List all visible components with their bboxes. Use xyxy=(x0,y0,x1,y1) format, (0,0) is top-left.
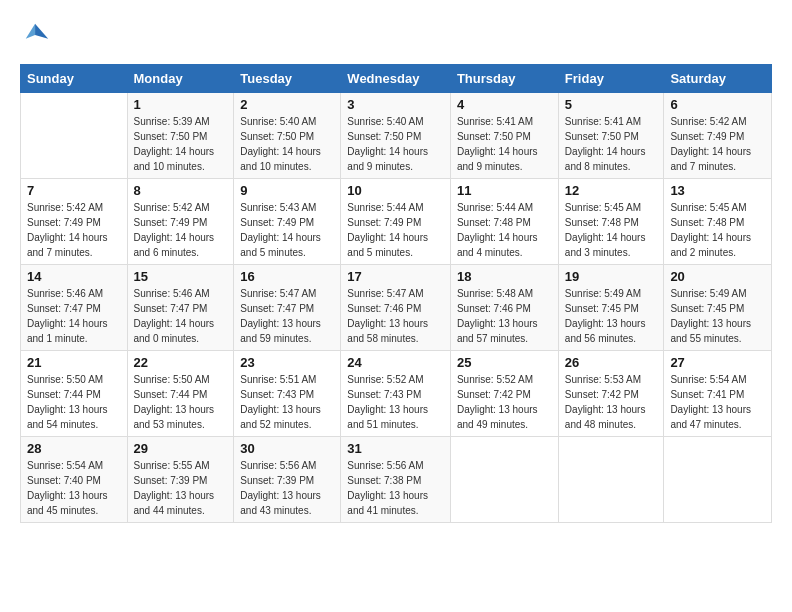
day-info: Sunrise: 5:42 AMSunset: 7:49 PMDaylight:… xyxy=(670,114,765,174)
day-info: Sunrise: 5:44 AMSunset: 7:49 PMDaylight:… xyxy=(347,200,444,260)
calendar-cell: 7Sunrise: 5:42 AMSunset: 7:49 PMDaylight… xyxy=(21,179,128,265)
calendar-cell: 16Sunrise: 5:47 AMSunset: 7:47 PMDayligh… xyxy=(234,265,341,351)
day-number: 4 xyxy=(457,97,552,112)
day-info: Sunrise: 5:42 AMSunset: 7:49 PMDaylight:… xyxy=(27,200,121,260)
day-number: 3 xyxy=(347,97,444,112)
calendar-cell: 27Sunrise: 5:54 AMSunset: 7:41 PMDayligh… xyxy=(664,351,772,437)
day-number: 1 xyxy=(134,97,228,112)
calendar-cell: 18Sunrise: 5:48 AMSunset: 7:46 PMDayligh… xyxy=(450,265,558,351)
day-number: 12 xyxy=(565,183,658,198)
calendar-cell: 17Sunrise: 5:47 AMSunset: 7:46 PMDayligh… xyxy=(341,265,451,351)
day-header-tuesday: Tuesday xyxy=(234,65,341,93)
day-number: 16 xyxy=(240,269,334,284)
day-number: 11 xyxy=(457,183,552,198)
calendar-cell: 22Sunrise: 5:50 AMSunset: 7:44 PMDayligh… xyxy=(127,351,234,437)
day-number: 2 xyxy=(240,97,334,112)
day-info: Sunrise: 5:46 AMSunset: 7:47 PMDaylight:… xyxy=(134,286,228,346)
day-number: 30 xyxy=(240,441,334,456)
day-info: Sunrise: 5:41 AMSunset: 7:50 PMDaylight:… xyxy=(565,114,658,174)
calendar-cell: 19Sunrise: 5:49 AMSunset: 7:45 PMDayligh… xyxy=(558,265,664,351)
day-number: 14 xyxy=(27,269,121,284)
day-number: 7 xyxy=(27,183,121,198)
calendar-table: SundayMondayTuesdayWednesdayThursdayFrid… xyxy=(20,64,772,523)
day-info: Sunrise: 5:54 AMSunset: 7:41 PMDaylight:… xyxy=(670,372,765,432)
day-info: Sunrise: 5:46 AMSunset: 7:47 PMDaylight:… xyxy=(27,286,121,346)
calendar-cell: 8Sunrise: 5:42 AMSunset: 7:49 PMDaylight… xyxy=(127,179,234,265)
day-info: Sunrise: 5:51 AMSunset: 7:43 PMDaylight:… xyxy=(240,372,334,432)
day-info: Sunrise: 5:40 AMSunset: 7:50 PMDaylight:… xyxy=(240,114,334,174)
day-header-thursday: Thursday xyxy=(450,65,558,93)
calendar-cell: 12Sunrise: 5:45 AMSunset: 7:48 PMDayligh… xyxy=(558,179,664,265)
calendar-cell: 4Sunrise: 5:41 AMSunset: 7:50 PMDaylight… xyxy=(450,93,558,179)
day-header-friday: Friday xyxy=(558,65,664,93)
day-number: 28 xyxy=(27,441,121,456)
day-info: Sunrise: 5:54 AMSunset: 7:40 PMDaylight:… xyxy=(27,458,121,518)
day-number: 22 xyxy=(134,355,228,370)
calendar-cell xyxy=(450,437,558,523)
day-header-saturday: Saturday xyxy=(664,65,772,93)
day-number: 5 xyxy=(565,97,658,112)
day-info: Sunrise: 5:48 AMSunset: 7:46 PMDaylight:… xyxy=(457,286,552,346)
calendar-cell: 20Sunrise: 5:49 AMSunset: 7:45 PMDayligh… xyxy=(664,265,772,351)
calendar-cell: 5Sunrise: 5:41 AMSunset: 7:50 PMDaylight… xyxy=(558,93,664,179)
calendar-cell: 2Sunrise: 5:40 AMSunset: 7:50 PMDaylight… xyxy=(234,93,341,179)
day-number: 29 xyxy=(134,441,228,456)
day-info: Sunrise: 5:45 AMSunset: 7:48 PMDaylight:… xyxy=(670,200,765,260)
day-info: Sunrise: 5:49 AMSunset: 7:45 PMDaylight:… xyxy=(670,286,765,346)
day-number: 24 xyxy=(347,355,444,370)
day-info: Sunrise: 5:42 AMSunset: 7:49 PMDaylight:… xyxy=(134,200,228,260)
day-number: 6 xyxy=(670,97,765,112)
day-info: Sunrise: 5:41 AMSunset: 7:50 PMDaylight:… xyxy=(457,114,552,174)
day-number: 18 xyxy=(457,269,552,284)
day-info: Sunrise: 5:53 AMSunset: 7:42 PMDaylight:… xyxy=(565,372,658,432)
calendar-cell: 6Sunrise: 5:42 AMSunset: 7:49 PMDaylight… xyxy=(664,93,772,179)
day-info: Sunrise: 5:40 AMSunset: 7:50 PMDaylight:… xyxy=(347,114,444,174)
calendar-cell: 24Sunrise: 5:52 AMSunset: 7:43 PMDayligh… xyxy=(341,351,451,437)
calendar-cell: 25Sunrise: 5:52 AMSunset: 7:42 PMDayligh… xyxy=(450,351,558,437)
calendar-cell: 29Sunrise: 5:55 AMSunset: 7:39 PMDayligh… xyxy=(127,437,234,523)
calendar-cell: 9Sunrise: 5:43 AMSunset: 7:49 PMDaylight… xyxy=(234,179,341,265)
day-number: 20 xyxy=(670,269,765,284)
day-info: Sunrise: 5:47 AMSunset: 7:47 PMDaylight:… xyxy=(240,286,334,346)
calendar-cell: 13Sunrise: 5:45 AMSunset: 7:48 PMDayligh… xyxy=(664,179,772,265)
calendar-cell: 26Sunrise: 5:53 AMSunset: 7:42 PMDayligh… xyxy=(558,351,664,437)
day-number: 15 xyxy=(134,269,228,284)
logo-icon xyxy=(22,20,50,48)
page-header xyxy=(20,20,772,48)
day-number: 23 xyxy=(240,355,334,370)
day-number: 19 xyxy=(565,269,658,284)
day-number: 13 xyxy=(670,183,765,198)
calendar-cell: 15Sunrise: 5:46 AMSunset: 7:47 PMDayligh… xyxy=(127,265,234,351)
calendar-cell: 1Sunrise: 5:39 AMSunset: 7:50 PMDaylight… xyxy=(127,93,234,179)
day-number: 17 xyxy=(347,269,444,284)
day-number: 8 xyxy=(134,183,228,198)
day-number: 26 xyxy=(565,355,658,370)
day-number: 9 xyxy=(240,183,334,198)
calendar-cell xyxy=(664,437,772,523)
day-info: Sunrise: 5:55 AMSunset: 7:39 PMDaylight:… xyxy=(134,458,228,518)
day-number: 27 xyxy=(670,355,765,370)
calendar-cell: 14Sunrise: 5:46 AMSunset: 7:47 PMDayligh… xyxy=(21,265,128,351)
svg-marker-0 xyxy=(35,24,48,39)
day-info: Sunrise: 5:50 AMSunset: 7:44 PMDaylight:… xyxy=(134,372,228,432)
day-info: Sunrise: 5:50 AMSunset: 7:44 PMDaylight:… xyxy=(27,372,121,432)
day-number: 25 xyxy=(457,355,552,370)
day-info: Sunrise: 5:56 AMSunset: 7:39 PMDaylight:… xyxy=(240,458,334,518)
logo xyxy=(20,20,50,48)
day-info: Sunrise: 5:39 AMSunset: 7:50 PMDaylight:… xyxy=(134,114,228,174)
calendar-cell: 21Sunrise: 5:50 AMSunset: 7:44 PMDayligh… xyxy=(21,351,128,437)
calendar-cell xyxy=(558,437,664,523)
day-info: Sunrise: 5:47 AMSunset: 7:46 PMDaylight:… xyxy=(347,286,444,346)
day-info: Sunrise: 5:44 AMSunset: 7:48 PMDaylight:… xyxy=(457,200,552,260)
calendar-cell: 10Sunrise: 5:44 AMSunset: 7:49 PMDayligh… xyxy=(341,179,451,265)
day-info: Sunrise: 5:43 AMSunset: 7:49 PMDaylight:… xyxy=(240,200,334,260)
calendar-cell: 11Sunrise: 5:44 AMSunset: 7:48 PMDayligh… xyxy=(450,179,558,265)
day-header-monday: Monday xyxy=(127,65,234,93)
day-info: Sunrise: 5:45 AMSunset: 7:48 PMDaylight:… xyxy=(565,200,658,260)
day-info: Sunrise: 5:52 AMSunset: 7:42 PMDaylight:… xyxy=(457,372,552,432)
calendar-cell: 31Sunrise: 5:56 AMSunset: 7:38 PMDayligh… xyxy=(341,437,451,523)
day-info: Sunrise: 5:49 AMSunset: 7:45 PMDaylight:… xyxy=(565,286,658,346)
calendar-cell: 23Sunrise: 5:51 AMSunset: 7:43 PMDayligh… xyxy=(234,351,341,437)
day-info: Sunrise: 5:56 AMSunset: 7:38 PMDaylight:… xyxy=(347,458,444,518)
day-header-sunday: Sunday xyxy=(21,65,128,93)
